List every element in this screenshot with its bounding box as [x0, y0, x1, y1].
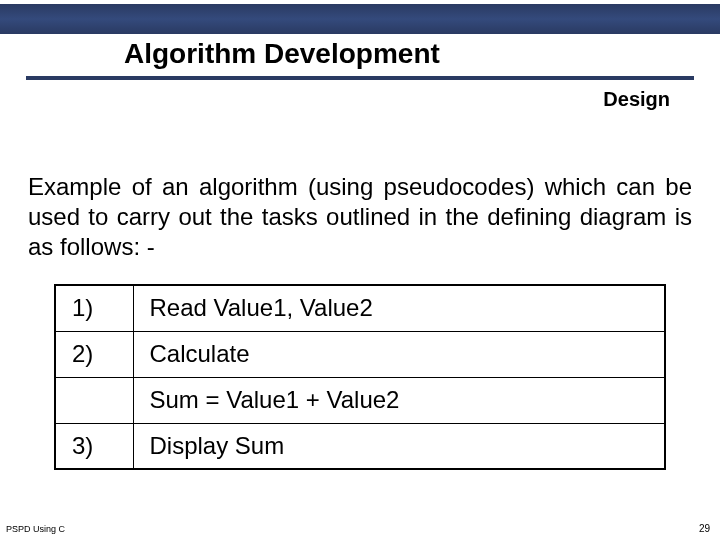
footer-left: PSPD Using C — [6, 524, 65, 534]
page-subtitle: Design — [603, 88, 670, 111]
step-text: Calculate — [133, 331, 665, 377]
table-row: 1) Read Value1, Value2 — [55, 285, 665, 331]
steps-table: 1) Read Value1, Value2 2) Calculate Sum … — [54, 284, 666, 470]
step-number: 3) — [55, 423, 133, 469]
table-row: Sum = Value1 + Value2 — [55, 377, 665, 423]
page-title: Algorithm Development — [124, 38, 440, 70]
step-number — [55, 377, 133, 423]
step-text: Display Sum — [133, 423, 665, 469]
step-text: Sum = Value1 + Value2 — [133, 377, 665, 423]
step-number: 1) — [55, 285, 133, 331]
table-row: 3) Display Sum — [55, 423, 665, 469]
step-text: Read Value1, Value2 — [133, 285, 665, 331]
body-paragraph: Example of an algorithm (using pseudocod… — [28, 172, 692, 262]
page-number: 29 — [699, 523, 710, 534]
title-underline — [26, 76, 694, 80]
step-number: 2) — [55, 331, 133, 377]
table-row: 2) Calculate — [55, 331, 665, 377]
slide: Algorithm Development Design Example of … — [0, 0, 720, 540]
top-band — [0, 4, 720, 34]
